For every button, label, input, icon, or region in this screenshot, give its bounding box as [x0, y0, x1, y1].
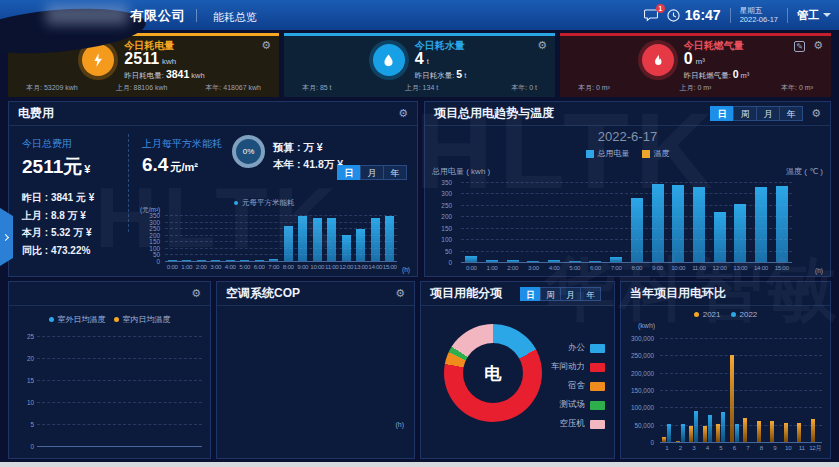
- date-block: 星期五 2022-06-17: [740, 6, 778, 24]
- gridline: [461, 182, 792, 183]
- gridline: [660, 407, 822, 408]
- chart-legend: 元每平方米能耗: [234, 198, 295, 208]
- gear-icon[interactable]: ⚙: [395, 288, 405, 299]
- legend-swatch: [590, 420, 605, 429]
- kpi-yesterday-value: 3841: [166, 68, 189, 80]
- x-tick: 1:00: [180, 263, 195, 273]
- legend-dot: [234, 201, 238, 205]
- sqm-label: 上月每平方米能耗: [142, 137, 222, 151]
- y-axis-label: (kwh): [638, 322, 655, 329]
- plot-area: [461, 182, 792, 262]
- x-tick: 14:00: [751, 264, 772, 274]
- x-tick: 8: [755, 444, 769, 454]
- company-name: 有限公司: [130, 7, 186, 25]
- temperature-chart: 0510152025: [13, 332, 206, 450]
- horizontal-scrollbar[interactable]: [0, 462, 839, 467]
- sidebar-expand-handle[interactable]: [0, 208, 13, 266]
- legend-swatch: [590, 401, 605, 410]
- budget-year-line: 本年 : 41.8万 ¥: [273, 156, 343, 173]
- gridline: [660, 355, 822, 356]
- gridline: [165, 228, 397, 229]
- x-axis-label: (h): [402, 266, 410, 273]
- x-tick: 3: [687, 444, 701, 454]
- tab-1[interactable]: 月: [360, 165, 384, 180]
- panel-title: 项目总用电趋势与温度: [434, 105, 554, 122]
- x-tick: 5:00: [564, 264, 585, 274]
- tab-0[interactable]: 日: [710, 106, 734, 121]
- plot-area: [165, 215, 397, 261]
- gridline: [37, 424, 202, 425]
- nav-tab-energy-overview[interactable]: 能耗总览: [213, 10, 257, 25]
- plot-area: [37, 336, 202, 446]
- bar: [631, 198, 643, 262]
- tab-3[interactable]: 年: [779, 106, 803, 121]
- x-axis-label: (h): [815, 267, 823, 274]
- x-tick: 10:00: [310, 263, 325, 273]
- y-axis: 0510152025: [13, 336, 37, 446]
- x-axis-label: (h): [395, 421, 404, 428]
- bar: [681, 424, 685, 442]
- tab-1[interactable]: 周: [540, 287, 561, 301]
- kpi-unit: t: [427, 57, 429, 66]
- y-axis: 050100150200250300350: [139, 215, 163, 261]
- y-axis: 050,000100,000150,000200,000250,000300,0…: [624, 338, 657, 442]
- x-tick: 6:00: [252, 263, 267, 273]
- tab-2[interactable]: 月: [560, 287, 581, 301]
- tab-0[interactable]: 日: [520, 287, 541, 301]
- kpi-yesterday-label: 昨日耗燃气量:: [684, 71, 731, 80]
- message-icon[interactable]: 1: [644, 9, 658, 22]
- tab-1[interactable]: 周: [733, 106, 757, 121]
- kpi-unit: kwh: [162, 57, 176, 66]
- panel-title: 项目用能分项: [430, 285, 502, 302]
- x-axis: 123456789101112月: [660, 444, 822, 454]
- chart-legend: 总用电量温度: [425, 148, 830, 159]
- kpi-main: 今日耗水量 4t 昨日耗水量:5t: [284, 36, 555, 83]
- x-tick: 12:00: [339, 263, 354, 273]
- y-tick: 350: [149, 212, 160, 219]
- gear-icon[interactable]: ⚙: [813, 40, 823, 51]
- tab-2[interactable]: 年: [383, 165, 407, 180]
- bar: [714, 212, 726, 262]
- edit-icon[interactable]: ✎: [794, 41, 805, 52]
- gear-icon[interactable]: ⚙: [191, 288, 201, 299]
- gridline: [165, 215, 397, 216]
- x-tick: 6: [728, 444, 742, 454]
- gear-icon[interactable]: ⚙: [398, 108, 408, 119]
- electric-cost-panel: 电费用 ⚙ 今日总费用 2511元¥ 昨日 : 3841 元 ¥ 上月 : 8.…: [8, 101, 418, 277]
- yearly-comparison-panel: 当年项目用电环比 20212022 (kwh) 050,000100,00015…: [620, 281, 831, 459]
- time: 16:47: [685, 7, 721, 23]
- x-tick: 5: [714, 444, 728, 454]
- legend-swatch: [590, 382, 605, 391]
- kpi-unit: m³: [696, 57, 705, 66]
- legend-item: 测试场: [551, 399, 605, 411]
- y-tick: 100: [441, 236, 452, 243]
- bar: [284, 226, 293, 261]
- kpi-last-month: 上月: 134 t: [405, 83, 438, 93]
- tab-2[interactable]: 月: [756, 106, 780, 121]
- kpi-year: 本年: 0 m³: [781, 83, 813, 93]
- tab-0[interactable]: 日: [337, 165, 361, 180]
- user-menu[interactable]: 管工: [797, 8, 831, 23]
- panel-title: 当年项目用电环比: [630, 285, 726, 302]
- gear-icon[interactable]: ⚙: [811, 108, 821, 119]
- legend-swatch: [586, 150, 594, 158]
- x-tick: 4:00: [544, 264, 565, 274]
- donut-center-label: 电: [463, 343, 523, 403]
- gridline: [660, 442, 822, 443]
- kpi-yesterday-label: 昨日耗水量:: [415, 71, 455, 80]
- y-tick: 150: [441, 224, 452, 231]
- gridline: [37, 336, 202, 337]
- y-tick: 20: [27, 355, 34, 362]
- legend-item: 温度: [642, 148, 670, 159]
- gear-icon[interactable]: ⚙: [261, 40, 271, 51]
- today-cost-label: 今日总费用: [22, 137, 94, 151]
- stat-this-month: 本月 : 5.32 万 ¥: [22, 224, 94, 242]
- x-tick: 7: [741, 444, 755, 454]
- x-tick: 6:00: [585, 264, 606, 274]
- bar: [735, 424, 739, 442]
- gear-icon[interactable]: ⚙: [537, 40, 547, 51]
- tab-3[interactable]: 年: [580, 287, 601, 301]
- water-drop-icon: [373, 44, 405, 76]
- y-tick: 200: [441, 213, 452, 220]
- gridline: [461, 228, 792, 229]
